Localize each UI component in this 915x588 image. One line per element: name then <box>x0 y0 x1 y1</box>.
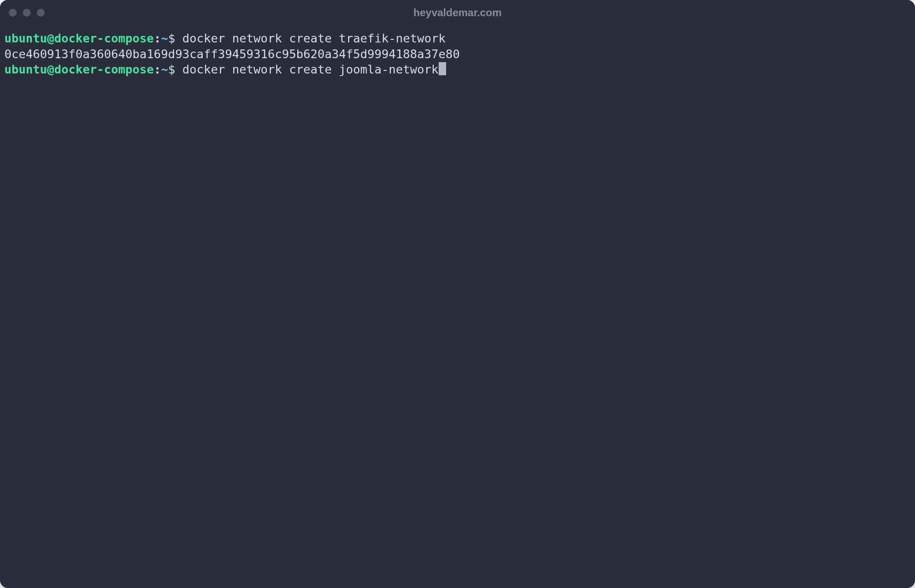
prompt-symbol: $ <box>168 32 175 45</box>
window-controls <box>9 9 45 17</box>
prompt-user-host: ubuntu@docker-compose <box>4 32 154 45</box>
terminal-body[interactable]: ubuntu@docker-compose:~$ docker network … <box>0 25 915 588</box>
cursor-icon <box>439 62 446 75</box>
maximize-icon[interactable] <box>37 9 45 17</box>
close-icon[interactable] <box>9 9 17 17</box>
prompt-colon: : <box>154 63 161 76</box>
terminal-line-3: ubuntu@docker-compose:~$ docker network … <box>4 62 911 77</box>
prompt-path: ~ <box>161 63 168 76</box>
prompt-user-host: ubuntu@docker-compose <box>4 63 154 76</box>
prompt-colon: : <box>154 32 161 45</box>
title-bar: heyvaldemar.com <box>0 0 915 25</box>
command-text: docker network create traefik-network <box>175 32 446 45</box>
command-text: docker network create joomla-network <box>175 63 438 76</box>
terminal-line-2: 0ce460913f0a360640ba169d93caff39459316c9… <box>4 46 911 62</box>
prompt-symbol: $ <box>168 63 175 76</box>
terminal-line-1: ubuntu@docker-compose:~$ docker network … <box>4 31 911 46</box>
prompt-path: ~ <box>161 32 168 45</box>
window-title: heyvaldemar.com <box>413 7 501 19</box>
terminal-window: heyvaldemar.com ubuntu@docker-compose:~$… <box>0 0 915 588</box>
minimize-icon[interactable] <box>23 9 31 17</box>
